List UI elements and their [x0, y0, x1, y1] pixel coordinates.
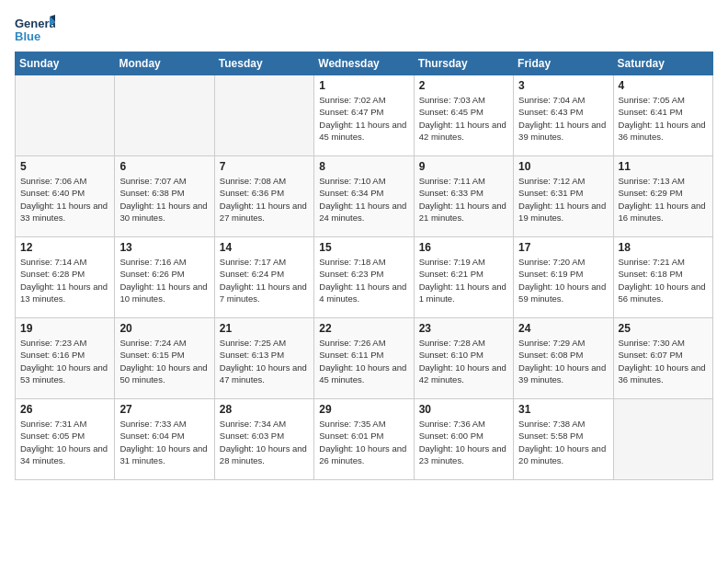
day-info: Sunrise: 7:14 AMSunset: 6:28 PMDaylight:… [20, 256, 109, 304]
day-number: 18 [619, 241, 708, 254]
calendar-cell [613, 399, 712, 480]
day-number: 23 [419, 322, 508, 335]
day-info: Sunrise: 7:29 AMSunset: 6:08 PMDaylight:… [518, 337, 608, 385]
weekday-header-friday: Friday [514, 52, 613, 75]
calendar-cell: 30Sunrise: 7:36 AMSunset: 6:00 PMDayligh… [414, 399, 513, 480]
day-info: Sunrise: 7:10 AMSunset: 6:34 PMDaylight:… [319, 175, 408, 224]
day-number: 22 [319, 322, 408, 335]
day-number: 6 [119, 160, 209, 173]
calendar-cell: 27Sunrise: 7:33 AMSunset: 6:04 PMDayligh… [115, 399, 214, 480]
calendar-cell: 15Sunrise: 7:18 AMSunset: 6:23 PMDayligh… [314, 237, 414, 318]
calendar-cell: 2Sunrise: 7:03 AMSunset: 6:45 PMDaylight… [414, 75, 513, 156]
day-number: 27 [119, 403, 209, 416]
weekday-header-thursday: Thursday [414, 52, 513, 75]
day-info: Sunrise: 7:28 AMSunset: 6:10 PMDaylight:… [419, 337, 508, 385]
day-number: 8 [319, 160, 408, 173]
day-info: Sunrise: 7:11 AMSunset: 6:33 PMDaylight:… [419, 175, 508, 224]
calendar-cell [115, 75, 214, 156]
calendar-cell: 17Sunrise: 7:20 AMSunset: 6:19 PMDayligh… [514, 237, 613, 318]
day-info: Sunrise: 7:19 AMSunset: 6:21 PMDaylight:… [419, 256, 508, 304]
calendar-cell: 19Sunrise: 7:23 AMSunset: 6:16 PMDayligh… [16, 318, 115, 399]
calendar-cell: 28Sunrise: 7:34 AMSunset: 6:03 PMDayligh… [214, 399, 313, 480]
calendar-cell: 7Sunrise: 7:08 AMSunset: 6:36 PMDaylight… [214, 156, 313, 237]
day-info: Sunrise: 7:35 AMSunset: 6:01 PMDaylight:… [319, 418, 408, 466]
day-info: Sunrise: 7:06 AMSunset: 6:40 PMDaylight:… [20, 175, 109, 224]
weekday-header-sunday: Sunday [16, 52, 115, 75]
calendar-week-row: 1Sunrise: 7:02 AMSunset: 6:47 PMDaylight… [16, 75, 713, 156]
day-info: Sunrise: 7:08 AMSunset: 6:36 PMDaylight:… [220, 175, 309, 224]
day-number: 24 [518, 322, 608, 335]
day-number: 15 [319, 241, 408, 254]
calendar-cell: 16Sunrise: 7:19 AMSunset: 6:21 PMDayligh… [414, 237, 513, 318]
day-number: 28 [220, 403, 309, 416]
day-info: Sunrise: 7:34 AMSunset: 6:03 PMDaylight:… [220, 418, 309, 466]
calendar-cell [16, 75, 115, 156]
day-number: 11 [619, 160, 708, 173]
calendar-cell: 12Sunrise: 7:14 AMSunset: 6:28 PMDayligh… [16, 237, 115, 318]
calendar-cell: 1Sunrise: 7:02 AMSunset: 6:47 PMDaylight… [314, 75, 414, 156]
logo-bird-icon: General Blue [15, 15, 55, 42]
day-info: Sunrise: 7:18 AMSunset: 6:23 PMDaylight:… [319, 256, 408, 304]
day-info: Sunrise: 7:20 AMSunset: 6:19 PMDaylight:… [518, 256, 608, 304]
calendar-table: SundayMondayTuesdayWednesdayThursdayFrid… [15, 52, 713, 480]
day-info: Sunrise: 7:03 AMSunset: 6:45 PMDaylight:… [419, 94, 508, 143]
weekday-header-row: SundayMondayTuesdayWednesdayThursdayFrid… [16, 52, 713, 75]
day-number: 30 [419, 403, 508, 416]
weekday-header-tuesday: Tuesday [214, 52, 313, 75]
header: General Blue [15, 15, 713, 42]
day-number: 10 [518, 160, 608, 173]
calendar-cell: 8Sunrise: 7:10 AMSunset: 6:34 PMDaylight… [314, 156, 414, 237]
day-number: 26 [20, 403, 109, 416]
day-number: 19 [20, 322, 109, 335]
day-info: Sunrise: 7:12 AMSunset: 6:31 PMDaylight:… [518, 175, 608, 224]
day-number: 1 [319, 79, 408, 92]
day-info: Sunrise: 7:38 AMSunset: 5:58 PMDaylight:… [518, 418, 608, 466]
calendar-cell: 26Sunrise: 7:31 AMSunset: 6:05 PMDayligh… [16, 399, 115, 480]
day-number: 13 [119, 241, 209, 254]
calendar-cell: 31Sunrise: 7:38 AMSunset: 5:58 PMDayligh… [514, 399, 613, 480]
day-number: 9 [419, 160, 508, 173]
day-info: Sunrise: 7:30 AMSunset: 6:07 PMDaylight:… [619, 337, 708, 385]
day-number: 12 [20, 241, 109, 254]
weekday-header-wednesday: Wednesday [314, 52, 414, 75]
day-number: 16 [419, 241, 508, 254]
calendar-cell: 18Sunrise: 7:21 AMSunset: 6:18 PMDayligh… [613, 237, 712, 318]
calendar-cell: 24Sunrise: 7:29 AMSunset: 6:08 PMDayligh… [514, 318, 613, 399]
day-info: Sunrise: 7:25 AMSunset: 6:13 PMDaylight:… [220, 337, 309, 385]
day-info: Sunrise: 7:33 AMSunset: 6:04 PMDaylight:… [119, 418, 209, 466]
day-info: Sunrise: 7:16 AMSunset: 6:26 PMDaylight:… [119, 256, 209, 304]
calendar-week-row: 19Sunrise: 7:23 AMSunset: 6:16 PMDayligh… [16, 318, 713, 399]
calendar-cell: 3Sunrise: 7:04 AMSunset: 6:43 PMDaylight… [514, 75, 613, 156]
day-number: 5 [20, 160, 109, 173]
day-number: 21 [220, 322, 309, 335]
day-number: 4 [619, 79, 708, 92]
day-info: Sunrise: 7:24 AMSunset: 6:15 PMDaylight:… [119, 337, 209, 385]
day-number: 29 [319, 403, 408, 416]
day-info: Sunrise: 7:31 AMSunset: 6:05 PMDaylight:… [20, 418, 109, 466]
day-info: Sunrise: 7:02 AMSunset: 6:47 PMDaylight:… [319, 94, 408, 143]
day-info: Sunrise: 7:26 AMSunset: 6:11 PMDaylight:… [319, 337, 408, 385]
logo: General Blue [15, 15, 55, 42]
calendar-cell: 23Sunrise: 7:28 AMSunset: 6:10 PMDayligh… [414, 318, 513, 399]
calendar-cell: 14Sunrise: 7:17 AMSunset: 6:24 PMDayligh… [214, 237, 313, 318]
logo-row: General Blue [15, 15, 55, 42]
calendar-cell: 5Sunrise: 7:06 AMSunset: 6:40 PMDaylight… [16, 156, 115, 237]
weekday-header-saturday: Saturday [613, 52, 712, 75]
svg-text:Blue: Blue [15, 29, 40, 42]
day-number: 14 [220, 241, 309, 254]
calendar-cell: 11Sunrise: 7:13 AMSunset: 6:29 PMDayligh… [613, 156, 712, 237]
day-info: Sunrise: 7:05 AMSunset: 6:41 PMDaylight:… [619, 94, 708, 143]
calendar-cell: 10Sunrise: 7:12 AMSunset: 6:31 PMDayligh… [514, 156, 613, 237]
calendar-cell: 22Sunrise: 7:26 AMSunset: 6:11 PMDayligh… [314, 318, 414, 399]
calendar-cell: 4Sunrise: 7:05 AMSunset: 6:41 PMDaylight… [613, 75, 712, 156]
day-info: Sunrise: 7:23 AMSunset: 6:16 PMDaylight:… [20, 337, 109, 385]
calendar-week-row: 26Sunrise: 7:31 AMSunset: 6:05 PMDayligh… [16, 399, 713, 480]
calendar-cell: 29Sunrise: 7:35 AMSunset: 6:01 PMDayligh… [314, 399, 414, 480]
day-info: Sunrise: 7:07 AMSunset: 6:38 PMDaylight:… [119, 175, 209, 224]
day-info: Sunrise: 7:17 AMSunset: 6:24 PMDaylight:… [220, 256, 309, 304]
day-number: 25 [619, 322, 708, 335]
calendar-cell: 25Sunrise: 7:30 AMSunset: 6:07 PMDayligh… [613, 318, 712, 399]
svg-text:General: General [15, 17, 55, 30]
calendar-cell: 9Sunrise: 7:11 AMSunset: 6:33 PMDaylight… [414, 156, 513, 237]
day-number: 2 [419, 79, 508, 92]
